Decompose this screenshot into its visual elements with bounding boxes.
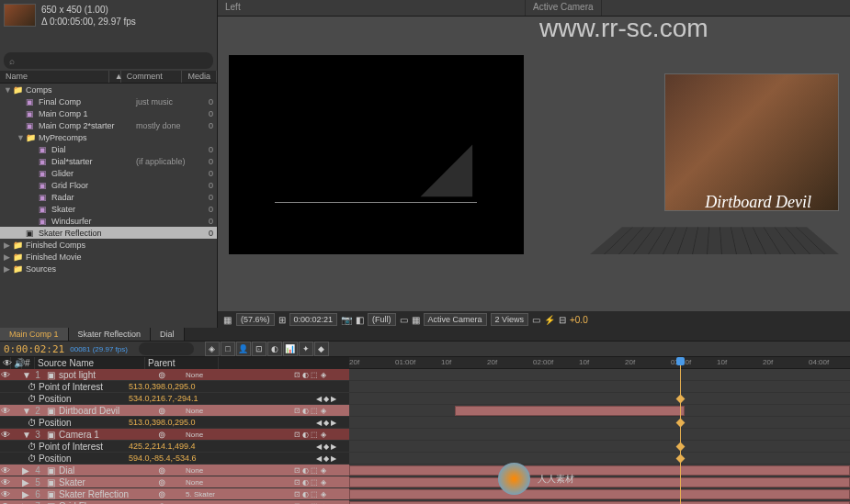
tree-item-windsurfer[interactable]: ▣Windsurfer0 (0, 215, 217, 227)
brainstorm-icon[interactable]: ✦ (299, 342, 313, 356)
col-comment[interactable]: Comment (121, 71, 183, 83)
layer-row[interactable]: 👁▶5▣Skater⊚None⊡ ◐ ⬚ ◈ (0, 476, 349, 488)
exposure-value[interactable]: +0.0 (570, 315, 588, 325)
property-row[interactable]: ⏱Point of Interest513.0,398.0,295.0 (0, 381, 349, 393)
parent-dropdown[interactable]: None (186, 431, 232, 439)
grid-icon[interactable]: ⊞ (278, 315, 286, 325)
current-timecode[interactable]: 0:00:02:21 (4, 343, 64, 355)
twirl-icon[interactable]: ▼ (22, 406, 31, 416)
layer-bar[interactable] (349, 465, 850, 476)
tree-item-sources[interactable]: ▶📁Sources (0, 263, 217, 274)
property-row[interactable]: ⏱Position513.0,398.0,295.0◀ ◆ ▶ (0, 417, 349, 429)
layer-row[interactable]: 👁▶4▣Dial⊚None⊡ ◐ ⬚ ◈ (0, 465, 349, 476)
stopwatch-icon[interactable]: ⏱ (28, 442, 37, 452)
tree-item-skater-reflection[interactable]: ▣Skater Reflection0 (0, 227, 217, 239)
time-ruler[interactable]: 20f01:00f10f20f02:00f10f20f03:00f10f20f0… (349, 357, 850, 369)
twirl-icon[interactable]: ▶ (4, 241, 13, 250)
timeline-tab[interactable]: Main Comp 1 (0, 328, 69, 341)
tree-item-myprecomps[interactable]: ▼📁MyPrecomps (0, 131, 217, 143)
zoom-dropdown[interactable]: (57.6%) (236, 313, 275, 326)
tree-item-glider[interactable]: ▣Glider0 (0, 167, 217, 179)
tree-item-grid-floor[interactable]: ▣Grid Floor0 (0, 179, 217, 191)
visibility-toggle[interactable]: 👁 (0, 501, 11, 505)
layer-row[interactable]: 👁▶7▣Grid Floor⊚None⊡ ◐ ⬚ ◈ (0, 500, 349, 504)
parent-pickwhip-icon[interactable]: ⊚ (158, 489, 186, 499)
tree-item-finished-movie[interactable]: ▶📁Finished Movie (0, 251, 217, 263)
visibility-toggle[interactable]: 👁 (0, 477, 11, 487)
tree-item-final-comp[interactable]: ▣Final Compjust music0 (0, 95, 217, 107)
stopwatch-icon[interactable]: ⏱ (28, 418, 37, 428)
keyframe-nav[interactable]: ◀ ◆ ▶ (303, 454, 349, 463)
comp-mini-flowchart-icon[interactable]: ◈ (205, 342, 220, 356)
layer-name[interactable]: spot light (57, 370, 158, 380)
stopwatch-icon[interactable]: ⏱ (28, 454, 37, 464)
visibility-toggle[interactable]: 👁 (0, 430, 11, 440)
header-parent[interactable]: Parent (145, 357, 219, 369)
twirl-icon[interactable]: ▶ (4, 264, 13, 274)
tree-item-main-comp-2-starter[interactable]: ▣Main Comp 2*startermostly done0 (0, 119, 217, 131)
col-name[interactable]: Name (0, 71, 109, 83)
property-value[interactable]: 425.2,214.1,499.4 (129, 442, 196, 451)
layer-name[interactable]: Skater (57, 477, 158, 487)
fast-preview-icon[interactable]: ⚡ (544, 315, 555, 325)
layer-bar[interactable] (349, 489, 850, 499)
twirl-icon[interactable]: ▼ (22, 370, 31, 380)
sort-arrow-icon[interactable]: ▲ (109, 71, 121, 83)
timeline-tab[interactable]: Dial (151, 328, 185, 341)
transparency-icon[interactable]: ▦ (412, 315, 420, 325)
shy-icon[interactable]: 👤 (236, 342, 251, 356)
layer-name[interactable]: Grid Floor (57, 501, 158, 505)
twirl-icon[interactable]: ▶ (22, 477, 31, 487)
tree-item-skater[interactable]: ▣Skater0 (0, 203, 217, 215)
switches[interactable]: ⊡ ◐ ⬚ ◈ (294, 490, 349, 498)
parent-dropdown[interactable]: None (186, 407, 232, 415)
parent-dropdown[interactable]: None (186, 466, 232, 475)
twirl-icon[interactable]: ▶ (22, 489, 31, 499)
switches[interactable]: ⊡ ◐ ⬚ ◈ (294, 431, 349, 439)
layer-row[interactable]: 👁▼3▣Camera 1⊚None⊡ ◐ ⬚ ◈ (0, 429, 349, 441)
visibility-toggle[interactable]: 👁 (0, 489, 11, 499)
timeline-icon[interactable]: ⊟ (559, 315, 566, 325)
parent-pickwhip-icon[interactable]: ⊚ (158, 370, 186, 380)
dirtboard-image[interactable] (664, 73, 839, 211)
project-tree[interactable]: ▼📁Comps▣Final Compjust music0▣Main Comp … (0, 84, 217, 328)
layer-name[interactable]: Dirtboard Devil (57, 406, 158, 416)
twirl-icon[interactable]: ▼ (17, 133, 26, 142)
visibility-toggle[interactable]: 👁 (0, 406, 11, 416)
switches[interactable]: ⊡ ◐ ⬚ ◈ (294, 478, 349, 487)
keyframe-nav[interactable]: ◀ ◆ ▶ (303, 395, 349, 403)
tree-item-finished-comps[interactable]: ▶📁Finished Comps (0, 239, 217, 251)
left-view[interactable] (220, 18, 533, 309)
parent-pickwhip-icon[interactable]: ⊚ (158, 477, 186, 487)
motion-blur-icon[interactable]: ◐ (267, 342, 282, 356)
resolution-dropdown[interactable]: (Full) (368, 313, 396, 326)
active-camera-view[interactable]: Dirtboard Devil (535, 18, 848, 309)
playhead[interactable] (680, 357, 681, 504)
view-tab-left[interactable]: Left (218, 0, 526, 16)
layer-name[interactable]: Dial (57, 465, 158, 476)
mask-icon[interactable]: ◧ (356, 315, 364, 325)
views-dropdown[interactable]: 2 Views (491, 313, 528, 326)
layer-search[interactable] (139, 342, 194, 355)
layer-bar[interactable] (349, 477, 850, 487)
twirl-icon[interactable]: ▶ (22, 465, 31, 476)
timeline-tab[interactable]: Skater Reflection (69, 328, 152, 341)
property-value[interactable]: 513.0,398.0,295.0 (129, 382, 196, 391)
twirl-icon[interactable]: ▶ (4, 252, 13, 262)
roi-icon[interactable]: ▭ (400, 315, 408, 325)
layer-name[interactable]: Skater Reflection (57, 489, 158, 499)
footer-time[interactable]: 0:00:02:21 (289, 313, 338, 326)
property-value[interactable]: 534.0,216.7,-294.1 (129, 394, 198, 403)
layer-name[interactable]: Camera 1 (57, 430, 158, 440)
parent-dropdown[interactable]: 5. Skater (186, 490, 232, 498)
draft-3d-icon[interactable]: □ (221, 342, 235, 356)
stopwatch-icon[interactable]: ⏱ (28, 394, 37, 404)
parent-pickwhip-icon[interactable]: ⊚ (158, 501, 186, 505)
frame-blend-icon[interactable]: ⊡ (252, 342, 266, 356)
layer-row[interactable]: 👁▼1▣spot light⊚None⊡ ◐ ⬚ ◈ (0, 369, 349, 381)
layer-bar[interactable] (455, 406, 685, 416)
twirl-icon[interactable]: ▶ (22, 501, 31, 505)
switches[interactable]: ⊡ ◐ ⬚ ◈ (294, 407, 349, 415)
property-value[interactable]: 594.0,-85.4,-534.6 (129, 454, 197, 463)
keyframe-nav[interactable]: ◀ ◆ ▶ (303, 419, 349, 427)
